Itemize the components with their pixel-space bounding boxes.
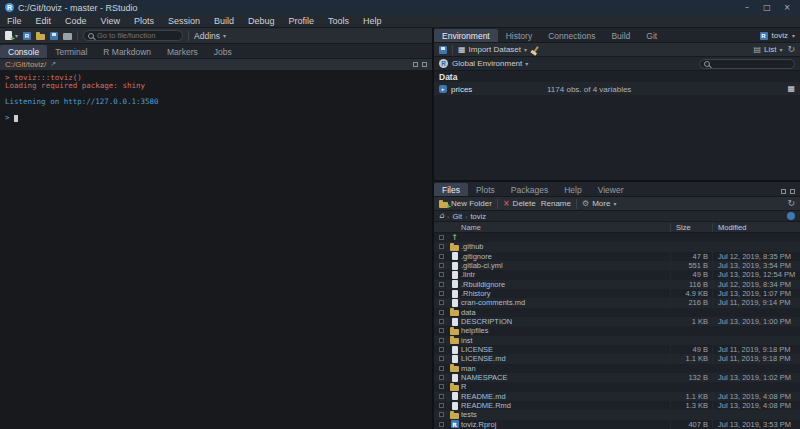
menu-item[interactable]: Help bbox=[356, 15, 389, 27]
project-selector[interactable]: R toviz ▾ bbox=[760, 31, 800, 42]
save-button[interactable] bbox=[50, 32, 58, 40]
files-tab[interactable]: Help bbox=[556, 183, 589, 196]
refresh-icon[interactable]: ↻ bbox=[787, 199, 795, 208]
column-header-size[interactable]: Size bbox=[670, 223, 712, 232]
column-header-modified[interactable]: Modified bbox=[712, 223, 800, 232]
file-row[interactable]: data bbox=[434, 308, 800, 317]
file-row[interactable]: .gitlab-ci.yml 551 B Jul 13, 2019, 3:54 … bbox=[434, 261, 800, 270]
console-output[interactable]: > toviz:::toviz() Loading required packa… bbox=[0, 71, 432, 429]
environment-view-button[interactable]: ▤ List ▾ bbox=[753, 45, 782, 54]
import-dataset-button[interactable]: ▦ Import Dataset ▾ bbox=[458, 45, 527, 54]
file-name[interactable]: LICENSE bbox=[461, 345, 670, 354]
file-name[interactable]: toviz.Rproj bbox=[461, 420, 670, 429]
pane-minimize-button[interactable] bbox=[781, 189, 786, 194]
expand-object-icon[interactable]: ▸ bbox=[439, 85, 447, 93]
file-row[interactable]: cran-comments.md 216 B Jul 11, 2019, 9:1… bbox=[434, 298, 800, 307]
addins-button[interactable]: Addins▾ bbox=[194, 31, 226, 41]
file-name[interactable]: .lintr bbox=[461, 270, 670, 279]
console-tab[interactable]: Jobs bbox=[206, 45, 240, 58]
menu-item[interactable]: Edit bbox=[29, 15, 59, 27]
directory-info-icon[interactable] bbox=[787, 212, 795, 220]
goto-file-input[interactable] bbox=[97, 31, 178, 40]
pane-minimize-button[interactable] bbox=[413, 62, 418, 67]
breadcrumb-segment[interactable]: › Git bbox=[447, 212, 462, 221]
file-row[interactable]: man bbox=[434, 364, 800, 373]
console-tab[interactable]: Terminal bbox=[47, 45, 95, 58]
column-header-name[interactable]: Name bbox=[461, 223, 670, 232]
file-row[interactable]: README.Rmd 1.3 KB Jul 13, 2019, 4:08 PM bbox=[434, 401, 800, 410]
new-file-button[interactable]: ▾ bbox=[5, 31, 18, 40]
more-button[interactable]: ⚙ More ▾ bbox=[582, 199, 616, 208]
environment-search-input[interactable] bbox=[713, 60, 790, 67]
files-tab[interactable]: Files bbox=[434, 183, 468, 196]
menu-item[interactable]: Debug bbox=[241, 15, 282, 27]
file-checkbox[interactable] bbox=[439, 422, 444, 427]
file-checkbox[interactable] bbox=[439, 403, 444, 408]
file-name[interactable]: README.md bbox=[461, 392, 670, 401]
file-checkbox[interactable] bbox=[439, 244, 444, 249]
file-checkbox[interactable] bbox=[439, 366, 444, 371]
environment-tab[interactable]: Connections bbox=[540, 29, 603, 42]
file-checkbox[interactable] bbox=[439, 328, 444, 333]
console-tab[interactable]: R Markdown bbox=[95, 45, 159, 58]
file-name[interactable]: .gitlab-ci.yml bbox=[461, 261, 670, 270]
file-checkbox[interactable] bbox=[439, 319, 444, 324]
clear-workspace-button[interactable] bbox=[532, 46, 540, 53]
file-row[interactable]: R bbox=[434, 382, 800, 391]
file-checkbox[interactable] bbox=[439, 263, 444, 268]
file-row[interactable]: LICENSE.md 1.1 KB Jul 11, 2019, 9:18 PM bbox=[434, 354, 800, 363]
window-minimize-button[interactable]: – bbox=[739, 3, 755, 12]
file-checkbox[interactable] bbox=[439, 300, 444, 305]
file-row[interactable]: .gitignore 47 B Jul 12, 2019, 8:35 PM bbox=[434, 252, 800, 261]
file-row[interactable]: NAMESPACE 132 B Jul 13, 2019, 1:02 PM bbox=[434, 373, 800, 382]
environment-tab[interactable]: Environment bbox=[434, 29, 498, 42]
menu-item[interactable]: View bbox=[94, 15, 127, 27]
file-row[interactable]: tests bbox=[434, 410, 800, 419]
file-name[interactable]: LICENSE.md bbox=[461, 354, 670, 363]
file-row[interactable]: DESCRIPTION 1 KB Jul 13, 2019, 1:00 PM bbox=[434, 317, 800, 326]
file-row[interactable]: helpfiles bbox=[434, 326, 800, 335]
file-name[interactable]: inst bbox=[461, 336, 670, 345]
menu-item[interactable]: Code bbox=[58, 15, 94, 27]
file-name[interactable]: data bbox=[461, 308, 670, 317]
file-row[interactable]: .Rbuildignore 116 B Jul 12, 2019, 8:34 P… bbox=[434, 280, 800, 289]
file-row[interactable]: .lintr 49 B Jul 13, 2019, 12:54 PM bbox=[434, 270, 800, 279]
file-name[interactable]: DESCRIPTION bbox=[461, 317, 670, 326]
breadcrumb-segment[interactable]: › toviz bbox=[465, 212, 486, 221]
open-file-button[interactable] bbox=[36, 32, 45, 40]
file-checkbox[interactable] bbox=[439, 412, 444, 417]
files-tab[interactable]: Viewer bbox=[590, 183, 632, 196]
file-name[interactable]: tests bbox=[461, 410, 670, 419]
file-row[interactable]: inst bbox=[434, 336, 800, 345]
file-checkbox[interactable] bbox=[439, 310, 444, 315]
home-icon[interactable]: ⌂ bbox=[439, 212, 444, 220]
menu-item[interactable]: Plots bbox=[127, 15, 161, 27]
file-name[interactable]: NAMESPACE bbox=[461, 373, 670, 382]
pane-maximize-button[interactable] bbox=[790, 189, 795, 194]
file-row[interactable]: README.md 1.1 KB Jul 13, 2019, 4:08 PM bbox=[434, 392, 800, 401]
environment-scope-dropdown[interactable]: Global Environment ▾ bbox=[452, 59, 528, 68]
file-name[interactable]: .Rhistory bbox=[461, 289, 670, 298]
file-name[interactable]: .gitignore bbox=[461, 252, 670, 261]
window-close-button[interactable]: × bbox=[779, 3, 795, 12]
menu-item[interactable]: Tools bbox=[321, 15, 356, 27]
file-checkbox[interactable] bbox=[439, 282, 444, 287]
file-checkbox[interactable] bbox=[439, 384, 444, 389]
file-row[interactable]: LICENSE 49 B Jul 11, 2019, 9:18 PM bbox=[434, 345, 800, 354]
file-row[interactable]: toviz.Rproj 407 B Jul 13, 2019, 3:53 PM bbox=[434, 420, 800, 429]
environment-tab[interactable]: History bbox=[498, 29, 540, 42]
file-checkbox[interactable] bbox=[439, 394, 444, 399]
file-checkbox[interactable] bbox=[439, 291, 444, 296]
save-workspace-button[interactable] bbox=[439, 46, 447, 54]
file-checkbox[interactable] bbox=[439, 272, 444, 277]
file-name[interactable]: README.Rmd bbox=[461, 401, 670, 410]
open-in-explorer-icon[interactable]: ↗ bbox=[50, 61, 56, 68]
file-name[interactable]: man bbox=[461, 364, 670, 373]
new-project-button[interactable]: R bbox=[23, 32, 31, 40]
console-tab[interactable]: Markers bbox=[159, 45, 206, 58]
environment-tab[interactable]: Build bbox=[603, 29, 638, 42]
file-name[interactable]: R bbox=[461, 382, 670, 391]
file-name[interactable]: helpfiles bbox=[461, 326, 670, 335]
file-checkbox[interactable] bbox=[439, 254, 444, 259]
menu-item[interactable]: Session bbox=[161, 15, 207, 27]
